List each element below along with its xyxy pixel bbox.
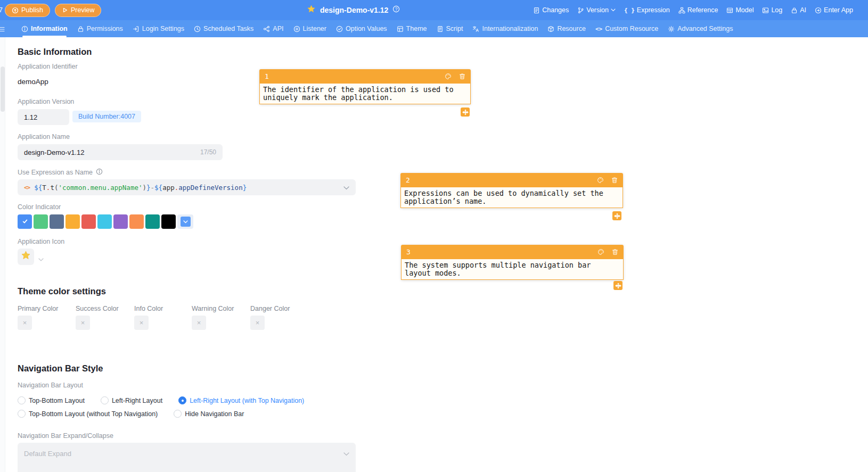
annotation-move-handle-2[interactable]	[612, 211, 621, 220]
clock-icon	[194, 26, 201, 32]
menu-item-model[interactable]: Model	[726, 6, 754, 14]
tab-listener[interactable]: Listener	[293, 20, 326, 37]
info-color-picker[interactable]: ×	[134, 316, 149, 330]
annotation-text[interactable]: The system supports multiple navigation …	[401, 259, 624, 280]
color-swatch[interactable]	[129, 214, 144, 229]
chevron-down-icon[interactable]	[343, 184, 349, 192]
annotation-header[interactable]: 3	[401, 245, 624, 259]
tab-scheduled-tasks[interactable]: Scheduled Tasks	[194, 20, 253, 37]
color-swatch[interactable]	[97, 214, 112, 229]
trash-icon[interactable]	[459, 73, 465, 80]
menu-item-reference[interactable]: Reference	[678, 6, 718, 14]
script-icon	[437, 26, 444, 32]
nav-expand-dropdown[interactable]: Default Expand	[18, 443, 356, 472]
radio-circle	[18, 410, 26, 418]
trash-icon[interactable]	[611, 177, 618, 184]
tab-advanced-settings[interactable]: Advanced Settings	[668, 20, 733, 37]
danger-color-label: Danger Color	[250, 305, 290, 312]
menu-burger-icon[interactable]	[0, 25, 5, 35]
lock-icon	[77, 26, 84, 32]
warning-color-label: Warning Color	[192, 305, 234, 312]
tab-script[interactable]: Script	[437, 20, 463, 37]
warning-color-picker[interactable]: ×	[192, 316, 206, 330]
annotation-move-handle-1[interactable]	[461, 107, 470, 117]
more-colors-dropdown[interactable]	[177, 214, 193, 229]
tab-option-values[interactable]: Option Values	[336, 20, 387, 37]
palette-icon[interactable]	[445, 73, 452, 80]
success-color-picker[interactable]: ×	[76, 316, 90, 330]
color-swatch[interactable]	[161, 214, 176, 229]
color-swatch-selected[interactable]	[18, 214, 32, 229]
menu-item-version[interactable]: Version	[577, 6, 616, 14]
application-icon-button[interactable]	[18, 249, 34, 265]
menu-item-log[interactable]: Log	[762, 6, 782, 14]
danger-color-picker[interactable]: ×	[250, 316, 265, 330]
palette-icon[interactable]	[597, 249, 604, 255]
primary-color-picker[interactable]: ×	[18, 316, 32, 330]
tab-permissions[interactable]: Permissions	[77, 20, 123, 37]
clear-icon: ×	[23, 319, 27, 327]
tab-custom-resource[interactable]: <> Custom Resource	[595, 20, 658, 37]
menu-item-expression[interactable]: { } Expression	[624, 6, 670, 14]
preview-play-icon	[62, 7, 68, 13]
app-star-icon	[307, 5, 316, 16]
annotation-box-2[interactable]: 2 Expressions can be used to dynamically…	[400, 173, 623, 208]
menu-item-ai[interactable]: AI	[791, 6, 806, 14]
tab-theme[interactable]: Theme	[397, 20, 427, 37]
application-name-label: Application Name	[18, 133, 70, 140]
left-scrollbar-track[interactable]	[0, 37, 5, 472]
color-swatch[interactable]	[81, 214, 96, 229]
tab-resource[interactable]: Resource	[547, 20, 586, 37]
radio-left-right-layout[interactable]: Left-Right Layout	[101, 396, 162, 404]
radio-hide-navigation-bar[interactable]: Hide Navigation Bar	[174, 410, 244, 418]
nav-bar-layout-label: Navigation Bar Layout	[18, 382, 83, 389]
preview-button[interactable]: Preview	[55, 4, 101, 17]
nav-layout-radio-row-2: Top-Bottom Layout (without Top Navigatio…	[18, 410, 244, 418]
expression-input[interactable]: <> ${T.t('common.menu.appName')}-${app.a…	[18, 179, 356, 195]
resource-cube-icon	[547, 26, 554, 32]
tab-internationalization[interactable]: Internationalization	[472, 20, 538, 37]
radio-top-bottom-without-top-nav[interactable]: Top-Bottom Layout (without Top Navigatio…	[18, 410, 158, 418]
trash-icon[interactable]	[612, 249, 618, 255]
annotation-text[interactable]: Expressions can be used to dynamically s…	[400, 187, 623, 208]
application-version-input[interactable]: 1.12	[18, 109, 69, 125]
radio-left-right-with-top-nav[interactable]: Left-Right Layout (with Top Navigation)	[178, 396, 304, 404]
tab-api[interactable]: API	[263, 20, 283, 37]
version-branch-icon	[577, 7, 584, 14]
left-scrollbar-thumb[interactable]	[1, 67, 5, 112]
annotation-header[interactable]: 2	[400, 173, 623, 187]
annotation-box-1[interactable]: 1 The identifier of the application is u…	[259, 69, 471, 104]
palette-icon[interactable]	[597, 177, 604, 184]
publish-button[interactable]: Publish	[5, 4, 50, 17]
clear-icon: ×	[140, 319, 144, 327]
color-swatch[interactable]	[34, 214, 48, 229]
color-swatch[interactable]	[145, 214, 160, 229]
chevron-down-icon[interactable]	[38, 254, 44, 264]
annotation-box-3[interactable]: 3 The system supports multiple navigatio…	[401, 245, 624, 280]
annotation-header[interactable]: 1	[259, 69, 471, 84]
chevron-down-icon	[611, 9, 616, 12]
help-icon[interactable]: ?	[392, 5, 400, 15]
color-swatch[interactable]	[113, 214, 128, 229]
log-icon	[762, 7, 769, 14]
tab-login-settings[interactable]: Login Settings	[133, 20, 184, 37]
application-version-label: Application Version	[18, 98, 74, 105]
settings-tab-bar: Information Permissions Login Settings S…	[0, 20, 868, 37]
color-indicator-label: Color Indicator	[18, 203, 61, 211]
menu-item-enter-app[interactable]: Enter App	[815, 6, 853, 14]
radio-top-bottom-layout[interactable]: Top-Bottom Layout	[18, 396, 85, 404]
color-swatch[interactable]	[65, 214, 80, 229]
use-expression-label-row: Use Expression as Name	[18, 168, 103, 177]
chevron-down-icon	[181, 217, 191, 227]
application-name-input[interactable]: design-Demo-v1.12 17/50	[18, 144, 223, 160]
check-icon	[22, 217, 28, 227]
section-title-theme-colors: Theme color settings	[18, 286, 106, 296]
build-number-badge[interactable]: Build Number:4007	[72, 111, 141, 122]
tab-information[interactable]: Information	[21, 20, 68, 37]
annotation-move-handle-3[interactable]	[613, 281, 623, 290]
annotation-text[interactable]: The identifier of the application is use…	[259, 84, 471, 104]
menu-item-changes[interactable]: Changes	[533, 6, 569, 14]
nav-expand-collapse-label: Navigation Bar Expand/Collapse	[18, 432, 113, 440]
info-circle-icon[interactable]	[96, 168, 103, 177]
color-swatch[interactable]	[50, 214, 64, 229]
